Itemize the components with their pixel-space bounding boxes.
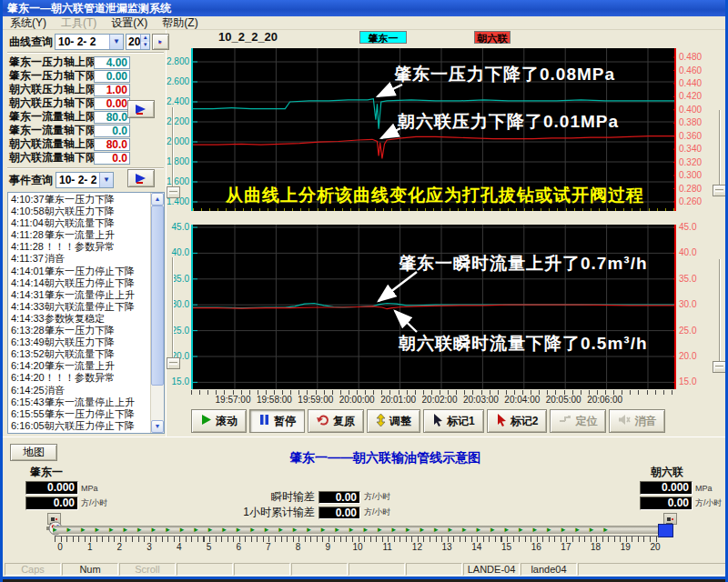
- list-item[interactable]: 4:14:14朝六联压力停止下降: [8, 277, 164, 289]
- toolbar-button-play[interactable]: 滚动: [191, 409, 247, 433]
- axis-apply-button[interactable]: [127, 100, 155, 118]
- menu-item-设置[interactable]: 设置(X): [104, 16, 155, 30]
- list-item[interactable]: 4:10:58朝六联压力下降: [8, 206, 164, 217]
- flow-direction-arrows: ▸▸▸▸▸▸▸▸▸▸▸▸▸▸▸▸▸▸▸▸▸▸▸▸▸▸▸▸▸▸▸▸▸▸▸▸▸▸▸▸: [53, 526, 673, 534]
- toolbar-button-cursor-red[interactable]: 标记2: [487, 409, 548, 433]
- event-query-go-button[interactable]: [127, 169, 155, 187]
- axis-limit-field[interactable]: 80.0: [94, 111, 130, 124]
- scroll-up-icon[interactable]: ▲: [151, 193, 164, 206]
- ruler-number: 2: [110, 542, 128, 552]
- cursor-black-icon: [432, 414, 443, 429]
- event-list-scrollbar[interactable]: ▲ ▼: [150, 193, 164, 433]
- axis-limit-row: 肇东一压力轴上限4.00: [5, 55, 167, 69]
- axis-limit-row: 朝六联流量轴上限80.0: [5, 137, 167, 151]
- status-cell-scroll: Scroll: [119, 563, 176, 576]
- event-query-label: 事件查询: [9, 173, 53, 188]
- axis-tick-label: 35.0: [679, 274, 712, 284]
- event-text: 朝六联流量下降: [45, 348, 115, 360]
- left-axis-slider-handle-bottom[interactable]: [167, 357, 180, 369]
- flow-chart-plot[interactable]: 肇东一瞬时流量上升了0.7m³/h朝六联瞬时流量下降了0.5m³/h: [191, 225, 676, 389]
- list-item[interactable]: 4:10:37肇东一压力下降: [8, 194, 164, 206]
- list-item[interactable]: 4:14:01肇东一压力停止下降: [8, 266, 164, 277]
- list-item[interactable]: 6:13:52朝六联流量下降: [8, 348, 164, 360]
- event-text: 朝六联压力停止下降: [45, 420, 135, 432]
- station-name: 朝六联: [640, 465, 726, 480]
- diff-row: 1小时累计输差0.00方/小时: [197, 505, 391, 520]
- right-axis-slider-track-top[interactable]: [719, 110, 721, 196]
- list-item[interactable]: 4:11:37消音: [8, 253, 164, 265]
- axis-limit-field[interactable]: 4.00: [94, 56, 130, 69]
- right-axis-slider-track-bottom[interactable]: [719, 259, 721, 361]
- window-bottom-border: [3, 577, 728, 582]
- diff-readout: 0.00: [318, 507, 360, 519]
- list-item[interactable]: 4:11:28肇东一流量上升: [8, 229, 164, 241]
- list-item[interactable]: 6:15:55肇东一压力停止下降: [8, 408, 164, 420]
- list-item[interactable]: 6:15:43肇东一流量停止上升: [8, 396, 164, 408]
- toolbar-button-label: 定位: [575, 414, 597, 429]
- pause-icon: [258, 414, 270, 428]
- list-item[interactable]: 4:14:33参数恢复稳定: [8, 313, 164, 325]
- list-item[interactable]: 6:14:25消音: [8, 385, 164, 396]
- curve-date-combo[interactable]: 10- 2- 2 ▼: [55, 34, 124, 50]
- right-axis-slider-handle-top[interactable]: [713, 185, 726, 196]
- right-station: 朝六联 0.000 MPa 0.00 方/小时: [640, 465, 726, 525]
- axis-limit-field[interactable]: 80.0: [94, 138, 130, 151]
- menu-item-帮助[interactable]: 帮助(Z): [155, 16, 205, 30]
- list-item[interactable]: 6:13:49朝六联压力下降: [8, 336, 164, 348]
- distance-ruler[interactable]: [55, 536, 659, 542]
- left-station: 肇东一 0.000 MPa 0.00 方/小时: [25, 465, 126, 525]
- list-item[interactable]: 6:14:20！！！参数异常: [8, 372, 164, 384]
- event-annotation: 肇东一压力下降了0.08MPa: [394, 63, 615, 86]
- axis-limit-row: 肇东一压力轴下限0.00: [5, 69, 167, 83]
- list-item[interactable]: 6:14:20肇东一流量上升: [8, 360, 164, 372]
- toolbar-button-adjust[interactable]: 调整: [367, 409, 420, 433]
- axis-limit-field[interactable]: 1.00: [94, 84, 130, 96]
- list-item[interactable]: 4:11:28！！！参数异常: [8, 241, 164, 253]
- chevron-down-icon[interactable]: ▼: [99, 173, 113, 187]
- axis-limit-field[interactable]: 0.0: [94, 125, 130, 137]
- event-time: 4:11:04: [8, 217, 45, 229]
- terminal-station-marker[interactable]: [658, 524, 673, 537]
- app-window: 肇东一—朝六联管道泄漏监测系统 系统(Y)工具(T)设置(X)帮助(Z) 曲线查…: [0, 0, 728, 582]
- event-date-combo[interactable]: 10- 2- 2 ▼: [56, 172, 114, 188]
- status-cell: [291, 563, 348, 576]
- title-bar[interactable]: 肇东一—朝六联管道泄漏监测系统: [3, 0, 728, 16]
- list-item[interactable]: 4:11:04朝六联流量下降: [8, 217, 164, 229]
- right-axis-slider-handle-bottom[interactable]: [713, 361, 726, 373]
- toolbar-button-cursor-black[interactable]: 标记1: [423, 409, 484, 433]
- ruler-number: 14: [468, 542, 486, 552]
- left-axis-slider-track-top[interactable]: [172, 107, 174, 196]
- axis-tick-label: 25.0: [679, 326, 712, 336]
- status-cell: [406, 563, 462, 576]
- spinner-down-icon[interactable]: ▼: [140, 42, 149, 49]
- event-time: 6:14:20: [8, 372, 45, 384]
- axis-limit-field[interactable]: 0.0: [94, 152, 130, 165]
- list-item[interactable]: 4:14:31肇东一流量停止上升: [8, 289, 164, 301]
- left-axis-slider-handle-top[interactable]: [167, 186, 180, 198]
- toolbar-button-mute: 消音: [609, 409, 665, 433]
- axis-limit-field[interactable]: 0.00: [94, 97, 130, 110]
- list-item[interactable]: 4:14:33朝六联流量停止下降: [8, 301, 164, 313]
- event-time: 6:13:52: [8, 348, 45, 360]
- curve-hour-spinner[interactable]: 20 ▲▼: [126, 34, 150, 50]
- list-item[interactable]: 6:16:05朝六联压力停止下降: [8, 420, 164, 432]
- toolbar-button-undo[interactable]: 复原: [308, 409, 364, 433]
- analysis-annotation: 从曲线上分析该曲线变化应为打孔拔钻或试开阀过程: [226, 184, 644, 207]
- event-time: 6:14:20: [8, 360, 45, 372]
- event-text: 肇东一流量上升: [45, 229, 115, 241]
- event-time: 4:14:31: [8, 289, 45, 301]
- spinner-up-icon[interactable]: ▲: [140, 35, 149, 42]
- left-axis-slider-track-bottom[interactable]: [172, 257, 174, 359]
- scroll-down-icon[interactable]: ▼: [151, 420, 164, 433]
- event-list[interactable]: 4:10:37肇东一压力下降4:10:58朝六联压力下降4:11:04朝六联流量…: [7, 192, 165, 434]
- scrollbar-thumb[interactable]: [151, 206, 164, 386]
- axis-tick-label: 0.440: [679, 78, 712, 88]
- list-item[interactable]: 6:13:28肇东一压力下降: [8, 325, 164, 336]
- chevron-down-icon[interactable]: ▼: [109, 35, 123, 49]
- pressure-chart-plot[interactable]: 肇东一压力下降了0.08MPa朝六联压力下降了0.01MPa从曲线上分析该曲线变…: [191, 48, 676, 211]
- menu-item-系统[interactable]: 系统(Y): [3, 16, 54, 30]
- event-text: 肇东一压力下降: [45, 194, 115, 206]
- toolbar-button-pause[interactable]: 暂停: [249, 409, 305, 433]
- axis-limit-field[interactable]: 0.00: [94, 70, 130, 83]
- spinner-arrows[interactable]: ▲▼: [140, 35, 149, 49]
